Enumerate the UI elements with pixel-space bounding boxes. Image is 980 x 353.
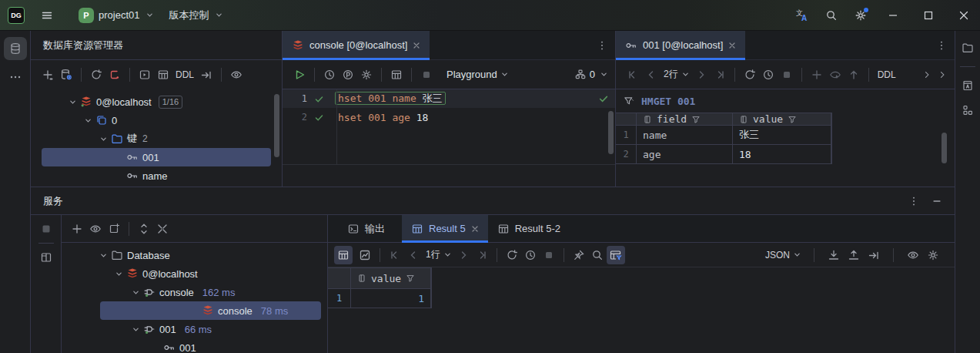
- auto-refresh-button[interactable]: [521, 246, 540, 264]
- tab-result-5[interactable]: Result 5: [402, 215, 488, 242]
- history-button[interactable]: [320, 66, 339, 84]
- export-format-selector[interactable]: JSON: [765, 250, 801, 261]
- download-icon[interactable]: [828, 249, 840, 261]
- grid-row[interactable]: 1 1: [328, 289, 432, 308]
- view-options-button[interactable]: [227, 66, 246, 84]
- next-page-button[interactable]: [692, 66, 711, 84]
- stop-button[interactable]: [417, 66, 436, 84]
- files-folder-icon[interactable]: [962, 42, 974, 54]
- expand-all-button[interactable]: [135, 220, 153, 238]
- open-in-new-tab-button[interactable]: [105, 220, 123, 238]
- filter-funnel-icon[interactable]: [406, 274, 415, 283]
- jump-arrow-icon[interactable]: [868, 249, 880, 261]
- last-page-button[interactable]: [473, 246, 491, 264]
- add-field-button[interactable]: [808, 66, 826, 84]
- tab-output[interactable]: 输出: [338, 215, 394, 242]
- editor-line-1[interactable]: 1 hset 001 name 张三: [283, 89, 615, 108]
- chevron-down-icon[interactable]: [132, 326, 139, 333]
- project-widget[interactable]: P project01: [71, 4, 161, 27]
- parameters-button[interactable]: [339, 66, 357, 84]
- column-header-value[interactable]: value: [733, 113, 831, 125]
- tab-options-button[interactable]: [928, 31, 955, 59]
- chevron-down-icon[interactable]: [115, 271, 122, 277]
- minimize-button[interactable]: [877, 0, 909, 31]
- cell-field[interactable]: name: [637, 126, 733, 144]
- gear-icon[interactable]: [927, 249, 939, 261]
- tree-row-key-001[interactable]: 001: [62, 338, 327, 353]
- tab-options-button[interactable]: [589, 31, 615, 59]
- stop-button[interactable]: [778, 66, 796, 84]
- column-header-value[interactable]: value: [351, 268, 431, 288]
- prev-page-button[interactable]: [642, 66, 661, 84]
- tab-result-5-2[interactable]: Result 5-2: [488, 215, 570, 242]
- kebab-icon[interactable]: [908, 196, 919, 207]
- execute-button[interactable]: [290, 66, 309, 84]
- cell-field[interactable]: age: [637, 145, 733, 163]
- close-icon[interactable]: [413, 42, 420, 49]
- grid-scrollbar[interactable]: [942, 133, 947, 163]
- cell-value[interactable]: 18: [733, 145, 831, 163]
- tree-row-session-console[interactable]: console 162 ms: [62, 283, 327, 301]
- cell-value[interactable]: 张三: [733, 126, 831, 144]
- stop-icon[interactable]: [40, 223, 52, 235]
- close-icon[interactable]: [728, 42, 736, 49]
- tree-row-database[interactable]: Database: [62, 246, 327, 264]
- inspection-ok-icon[interactable]: [598, 93, 609, 104]
- datasource-properties-button[interactable]: [57, 66, 75, 84]
- auto-refresh-button[interactable]: [759, 66, 778, 84]
- cell-value[interactable]: 1: [351, 289, 431, 308]
- find-in-grid-button[interactable]: [588, 246, 607, 264]
- chevron-down-icon[interactable]: [100, 252, 107, 259]
- view-options-button[interactable]: [86, 220, 105, 238]
- page-size-selector[interactable]: 2行: [664, 68, 689, 81]
- translate-button[interactable]: 文 A: [789, 4, 815, 27]
- hide-panel-icon[interactable]: [932, 196, 942, 207]
- sessions-selector[interactable]: 0: [574, 69, 607, 81]
- prev-page-button[interactable]: [404, 246, 423, 264]
- eye-icon[interactable]: [907, 249, 919, 261]
- search-everywhere-button[interactable]: [818, 4, 845, 27]
- chevron-right-icon[interactable]: [922, 70, 932, 79]
- upload-icon[interactable]: [848, 249, 860, 261]
- add-service-button[interactable]: [68, 220, 86, 238]
- ddl-button[interactable]: DDL: [875, 69, 899, 80]
- last-page-button[interactable]: [711, 66, 729, 84]
- tree-row-host[interactable]: 0@localhost: [62, 264, 327, 283]
- jump-to-editor-button[interactable]: [197, 66, 216, 84]
- tree-row-keys-folder[interactable]: 键 2: [31, 129, 282, 148]
- database-explorer-stripe-button[interactable]: [4, 37, 27, 60]
- filter-funnel-icon[interactable]: [691, 115, 701, 124]
- tree-row-db0[interactable]: 0: [31, 111, 282, 129]
- add-datasource-button[interactable]: [38, 66, 57, 84]
- grid-row[interactable]: 2 age 18: [616, 145, 832, 164]
- reload-button[interactable]: [741, 66, 759, 84]
- preview-changes-button[interactable]: [826, 66, 845, 84]
- vcs-widget[interactable]: 版本控制: [161, 4, 230, 27]
- new-console-button[interactable]: [135, 66, 154, 84]
- first-page-button[interactable]: [624, 66, 642, 84]
- chevron-down-icon[interactable]: [132, 289, 139, 296]
- filter-funnel-icon[interactable]: [624, 96, 635, 107]
- more-tool-windows-icon[interactable]: [9, 71, 22, 83]
- view-as-table-button[interactable]: [387, 66, 406, 84]
- close-icon[interactable]: [471, 225, 479, 233]
- tree-row-run-console[interactable]: console 78 ms: [100, 301, 321, 320]
- next-page-button[interactable]: [454, 246, 473, 264]
- ddl-button[interactable]: DDL: [172, 69, 197, 80]
- playground-selector[interactable]: Playground: [447, 69, 508, 80]
- grid-view-toggle[interactable]: [334, 246, 353, 264]
- chevron-down-icon[interactable]: [85, 117, 92, 124]
- structure-blocks-icon[interactable]: [962, 104, 974, 116]
- chevron-down-icon[interactable]: [100, 136, 107, 143]
- explorer-scrollbar[interactable]: [274, 94, 279, 157]
- first-page-button[interactable]: [386, 246, 404, 264]
- collapse-all-button[interactable]: [153, 220, 172, 238]
- column-header-field[interactable]: field: [637, 113, 733, 125]
- tree-row-session-001[interactable]: 001 66 ms: [62, 320, 327, 338]
- grid-filter-settings-button[interactable]: [607, 246, 625, 264]
- tree-row-key-name[interactable]: name: [31, 166, 282, 185]
- disconnect-button[interactable]: [105, 66, 124, 84]
- submit-changes-button[interactable]: [845, 66, 863, 84]
- reload-button[interactable]: [503, 246, 521, 264]
- grid-row[interactable]: 1 name 张三: [616, 126, 832, 145]
